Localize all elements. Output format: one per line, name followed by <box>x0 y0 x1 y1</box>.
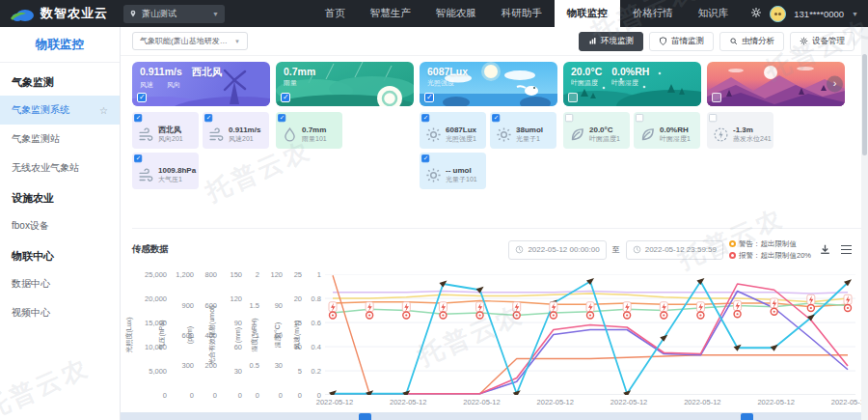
sidebar-item-data-center[interactable]: 数据中心 <box>0 269 120 298</box>
x-axis-label: 2022-05-12 <box>757 398 794 406</box>
weather-card-sunset[interactable]: › <box>707 62 845 106</box>
sensor-checkbox[interactable] <box>134 154 142 162</box>
sensor-label: 叶面温度1 <box>589 135 620 144</box>
card-label: 叶面温度 <box>571 78 598 88</box>
favorite-star-icon[interactable]: ☆ <box>99 105 108 116</box>
sidebar-item-label: fbox设备 <box>12 219 49 233</box>
y-axis-tick: 120 <box>230 294 242 303</box>
sensor-checkbox[interactable] <box>278 114 285 122</box>
sensor-chip-wind-direction[interactable]: 西北风 风向201 <box>132 112 199 149</box>
device-select[interactable]: 气象职能(萧山基地研发用勿动 ▼ <box>132 32 248 50</box>
sensor-chip-quantum-101[interactable]: -- umol 光量子101 <box>420 153 486 189</box>
nav-item-home[interactable]: 首页 <box>312 0 358 27</box>
tab-label: 苗情监测 <box>671 36 704 47</box>
tab-seedling-monitoring[interactable]: 苗情监测 <box>649 32 714 51</box>
nav-item-knowledge[interactable]: 知识库 <box>686 0 742 27</box>
sensor-checkbox[interactable] <box>636 114 643 122</box>
tab-pest-analysis[interactable]: 虫情分析 <box>719 32 784 51</box>
card-readings: 0.911m/s 西北风 风速 风向 <box>140 66 222 90</box>
sensor-chip-rainfall[interactable]: 0.7mm 雨量101 <box>276 112 342 149</box>
triangle-marker <box>513 391 521 396</box>
sensor-checkbox[interactable] <box>709 114 717 122</box>
sensor-checkbox[interactable] <box>492 114 500 122</box>
x-axis-label: 2022-05-12 <box>684 398 720 406</box>
sensor-chip-light-intensity[interactable]: 6087Lux 光照强度1 <box>420 112 486 149</box>
alarm-circle-dot <box>847 307 849 309</box>
sensor-chip-leaf-humidity[interactable]: 0.0%RH 叶面湿度1 <box>634 112 700 149</box>
warning-legend-label: 警告：超出限制值 <box>739 238 797 250</box>
card-checkbox[interactable] <box>137 93 147 102</box>
user-menu-chevron-icon[interactable]: ▼ <box>852 11 858 17</box>
alarm-circle-dot <box>626 315 628 317</box>
carousel-next-button[interactable]: › <box>827 76 843 93</box>
page: 数智农业云 萧山测试 ▼ 首页 智慧生产 智能农服 科研助手 物联监控 价格行情… <box>0 0 868 420</box>
nav-item-research[interactable]: 科研助手 <box>489 0 555 27</box>
sensor-checkbox[interactable] <box>134 114 142 122</box>
y-axis-tick: 2 <box>256 270 259 279</box>
sidebar-group-weather: 气象监测 <box>0 67 120 96</box>
weather-card-leaf[interactable]: 20.0°C 0.0%RH 叶面温度 叶面湿度 <box>563 62 701 106</box>
y-axis-tick: 0 <box>190 391 194 400</box>
sunset-mountains-illustration <box>707 62 845 106</box>
sensor-column-sunset: › -1.3m 蒸发水位241 <box>707 62 847 149</box>
tab-environment-monitoring[interactable]: 环境监测 <box>579 32 643 51</box>
sensor-checkbox[interactable] <box>421 154 429 162</box>
card-checkbox[interactable] <box>281 93 290 102</box>
chart-menu-button[interactable] <box>838 242 854 258</box>
sidebar-item-fbox[interactable]: fbox设备 <box>0 211 120 240</box>
sidebar-item-label: 气象监测系统 <box>12 103 69 117</box>
y-axis-unit: 光照度(Lux) <box>124 317 134 352</box>
sensor-checkbox[interactable] <box>204 114 212 122</box>
location-select[interactable]: 萧山测试 ▼ <box>123 5 225 23</box>
y-axis-tick: 150 <box>230 270 242 279</box>
date-to-input[interactable]: 2022-05-12 23:59:59 <box>626 240 723 260</box>
nav-item-iot-monitoring[interactable]: 物联监控 <box>555 0 620 27</box>
cutoff-checkbox[interactable] <box>741 413 753 420</box>
sidebar-item-video-center[interactable]: 视频中心 <box>0 298 120 327</box>
sidebar-item-weather-system[interactable]: 气象监测系统 ☆ <box>0 96 120 125</box>
card-checkbox[interactable] <box>568 93 578 102</box>
sensor-chip-wind-speed[interactable]: 0.911m/s 风速201 <box>203 112 269 149</box>
nav-item-production[interactable]: 智慧生产 <box>358 0 423 27</box>
y-axis-tick: 1.5 <box>250 300 259 309</box>
weather-card-rain[interactable]: 0.7mm 雨量 <box>276 62 414 106</box>
sensor-value: 0.7mm <box>302 126 327 135</box>
weather-card-wind[interactable]: 0.911m/s 西北风 风速 风向 <box>132 62 270 106</box>
nav-item-services[interactable]: 智能农服 <box>423 0 489 27</box>
weather-card-light[interactable]: 6087Lux 光照强度 <box>420 62 557 106</box>
sensor-chip-evaporation-level[interactable]: -1.3m 蒸发水位241 <box>707 112 773 149</box>
date-to-value: 2022-05-12 23:59:59 <box>645 245 717 254</box>
sensor-chip-leaf-temperature[interactable]: 20.0°C 叶面温度1 <box>563 112 630 149</box>
sidebar-item-wireless-station[interactable]: 无线农业气象站 <box>0 154 120 182</box>
card-label: 雨量 <box>284 78 297 88</box>
card-checkbox[interactable] <box>712 93 721 102</box>
sensor-chip-quantum-1[interactable]: 38umol 光量子1 <box>490 112 556 149</box>
sensor-columns: 0.911m/s 西北风 风速 风向 西北风 <box>132 62 863 189</box>
main-nav: 首页 智慧生产 智能农服 科研助手 物联监控 价格行情 知识库 <box>312 0 742 27</box>
user-phone[interactable]: 131****0000 <box>794 9 844 19</box>
sensor-value: 0.0%RH <box>660 126 691 135</box>
leaf-icon <box>639 126 656 143</box>
user-avatar[interactable] <box>770 6 786 22</box>
sensor-checkbox[interactable] <box>421 114 429 122</box>
download-button[interactable] <box>817 242 832 258</box>
bar-chart-icon <box>588 37 597 45</box>
tab-device-management[interactable]: 设备管理 <box>790 32 854 51</box>
y-axis-tick: 0.2 <box>312 367 321 376</box>
chart-controls: 2022-05-12 00:00:00 至 2022-05-12 23:59:5… <box>508 238 854 261</box>
y-axis-tick: 20 <box>294 294 302 303</box>
app-title: 数智农业云 <box>41 5 108 22</box>
y-axis-tick: 5,000 <box>149 367 167 376</box>
sidebar-item-weather-station[interactable]: 气象监测站 <box>0 125 120 154</box>
y-axis-tick: 0 <box>238 391 242 400</box>
cutoff-checkbox[interactable] <box>359 413 371 420</box>
vertical-scrollbar[interactable] <box>861 27 868 420</box>
shield-icon <box>659 37 667 45</box>
settings-gear-icon[interactable] <box>750 5 762 22</box>
sensor-chip-air-pressure[interactable]: 1009.8hPa 大气压1 <box>132 153 199 189</box>
nav-item-prices[interactable]: 价格行情 <box>620 0 686 27</box>
card-checkbox[interactable] <box>424 93 434 102</box>
sensor-checkbox[interactable] <box>565 114 573 122</box>
scrollbar-thumb[interactable] <box>862 54 867 155</box>
date-from-input[interactable]: 2022-05-12 00:00:00 <box>508 240 606 260</box>
